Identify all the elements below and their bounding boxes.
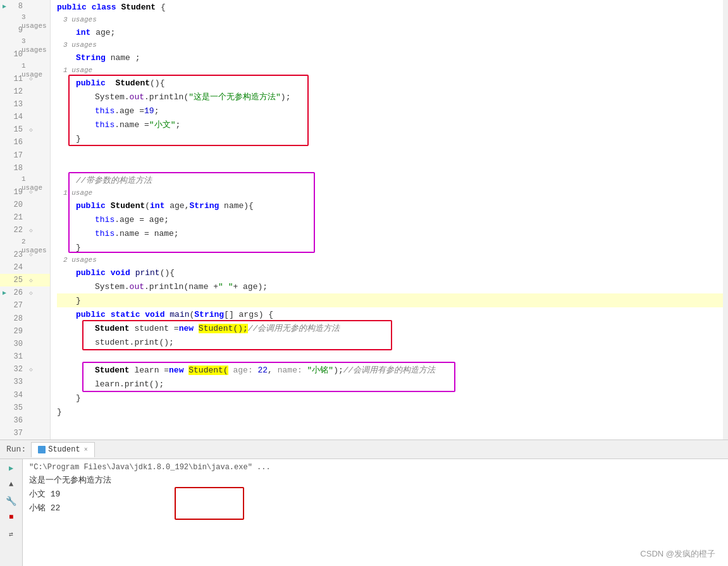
bookmark-22[interactable]: ◇ xyxy=(27,226,35,235)
str-14: "小文" xyxy=(149,119,176,130)
run-output-line2: 小文 19 xyxy=(29,488,722,500)
line-row-34: ▶ 34 xyxy=(0,388,50,401)
bookmark-26[interactable]: ◇ xyxy=(27,288,35,297)
line-row-14: ▶ 14 xyxy=(0,111,50,123)
arrow-8[interactable]: ▶ xyxy=(0,2,9,11)
output-text-2: 小文 19 xyxy=(29,489,60,499)
bookmark-32[interactable]: ◇ xyxy=(27,365,35,374)
line-row-9: ▶ 9 xyxy=(0,24,50,37)
kw-int-19: int xyxy=(150,201,164,211)
code-line-17 xyxy=(57,159,728,173)
bookmark-25[interactable]: ◇ xyxy=(27,276,35,285)
linenum-14: 14 xyxy=(9,113,27,121)
linenum-11: 11 xyxy=(9,75,27,83)
kw-this-13: this xyxy=(95,106,114,116)
bookmark-18 xyxy=(27,164,35,173)
kw-static-26: static xyxy=(111,310,140,319)
line-row-36: ▶ 36 xyxy=(0,414,50,427)
linenum-30: 30 xyxy=(9,340,27,348)
usage-3-age: 3 usages xyxy=(57,14,728,25)
linenum-29: 29 xyxy=(9,327,27,336)
line-row-13: ▶ 13 xyxy=(0,98,50,111)
bookmark-23[interactable]: ◇ xyxy=(27,250,35,259)
code-line-16 xyxy=(57,145,728,159)
arrow-35: ▶ xyxy=(0,403,9,412)
kw-new-27: new xyxy=(179,324,194,333)
bookmark-10 xyxy=(27,50,35,59)
out-24: out xyxy=(130,282,144,292)
bookmark-17 xyxy=(27,151,35,160)
code-content[interactable]: public class Student { 3 usages int age;… xyxy=(51,0,728,440)
editor-container: ▶ 8 3 usages ▶ 9 3 usages ▶ 10 xyxy=(0,0,728,566)
bookmark-31 xyxy=(27,352,35,361)
line-row-15: ▶ 15 ◇ xyxy=(0,123,50,136)
named-arg-name: name: xyxy=(278,366,302,375)
code-line-21: this.name = name; xyxy=(57,226,728,240)
usage-2-print: 2 usages xyxy=(57,254,728,266)
line-row-11: ▶ 11 ◇ xyxy=(0,73,50,85)
arrow-25: ▶ xyxy=(0,276,9,285)
line-numbers: ▶ 8 3 usages ▶ 9 3 usages ▶ 10 xyxy=(0,0,51,440)
kw-this-21: this xyxy=(95,229,114,238)
code-line-8: public class Student { xyxy=(57,0,728,14)
arrow-27: ▶ xyxy=(0,301,9,310)
arrow-36: ▶ xyxy=(0,416,9,425)
arrow-18: ▶ xyxy=(0,164,9,173)
run-tab-student[interactable]: Student × xyxy=(31,442,94,457)
line-row-17: ▶ 17 xyxy=(0,149,50,162)
system-12: System. xyxy=(95,92,130,102)
kw-public-11: public xyxy=(76,78,106,88)
code-line-33: } xyxy=(57,405,728,419)
bookmark-28 xyxy=(27,314,35,323)
classname-27: Student xyxy=(95,324,130,333)
code-line-31: learn.print(); xyxy=(57,377,728,391)
line-row-31: ▶ 31 xyxy=(0,350,50,363)
kw-this-20: this xyxy=(95,215,114,225)
code-line-14: this.name = "小文"; xyxy=(57,118,728,132)
run-content: ▶ ▲ 🔧 ■ ⇄ "C:\Program Files\Java\jdk1.8.… xyxy=(0,459,728,566)
run-output-line1: 这是一个无参构造方法 xyxy=(29,474,722,486)
run-stop-button[interactable]: ■ xyxy=(5,511,18,524)
code-line-13: this.age = 19; xyxy=(57,104,728,118)
linenum-34: 34 xyxy=(9,391,27,400)
bookmark-21 xyxy=(27,213,35,222)
run-up-button[interactable]: ▲ xyxy=(5,478,18,491)
line-row-30: ▶ 30 xyxy=(0,338,50,350)
usage-1-constructor: 1 usage xyxy=(57,65,728,76)
arrow-26[interactable]: ▶ xyxy=(0,288,9,297)
named-arg-age: age: xyxy=(228,366,253,375)
run-play-button[interactable]: ▶ xyxy=(5,462,18,474)
hl-student-new-30: Student( xyxy=(188,366,228,375)
tab-icon-student xyxy=(38,446,46,453)
run-rerun-button[interactable]: ⇄ xyxy=(5,527,18,540)
kw-public-23: public xyxy=(76,268,106,278)
bookmark-15[interactable]: ◇ xyxy=(27,125,35,134)
run-tabs: Run: Student × xyxy=(0,440,728,459)
bookmark-12 xyxy=(27,87,35,96)
arrow-15: ▶ xyxy=(0,125,9,134)
code-line-24: System.out.println(name +" "+ age); xyxy=(57,280,728,293)
bookmark-19[interactable]: ◇ xyxy=(27,188,35,197)
kw-string-10: String xyxy=(76,53,106,63)
line-row-24: ▶ 24 xyxy=(0,261,50,274)
run-wrench-button[interactable]: 🔧 xyxy=(5,495,18,507)
scrollbar-right[interactable] xyxy=(723,0,728,440)
kw-class-8: class xyxy=(92,3,116,12)
bookmark-14 xyxy=(27,113,35,121)
arrow-22: ▶ xyxy=(0,226,9,235)
bookmark-11[interactable]: ◇ xyxy=(27,75,35,83)
code-line-28: student.print(); xyxy=(57,335,728,349)
linenum-26: 26 xyxy=(9,288,27,297)
linenum-22: 22 xyxy=(9,226,27,235)
run-label: Run: xyxy=(6,445,26,454)
usage-3-name: 3 usages xyxy=(57,39,728,51)
close-tab-icon[interactable]: × xyxy=(84,446,88,453)
linenum-32: 32 xyxy=(9,365,27,374)
code-line-9: int age; xyxy=(57,25,728,39)
output-text-3: 小铭 22 xyxy=(29,503,60,513)
comment-27: //会调用无参的构造方法 xyxy=(248,323,340,334)
method-main-26: main xyxy=(170,310,189,319)
line-row-22: ▶ 22 ◇ xyxy=(0,224,50,237)
linenum-17: 17 xyxy=(9,151,27,160)
code-line-35 xyxy=(57,433,728,440)
